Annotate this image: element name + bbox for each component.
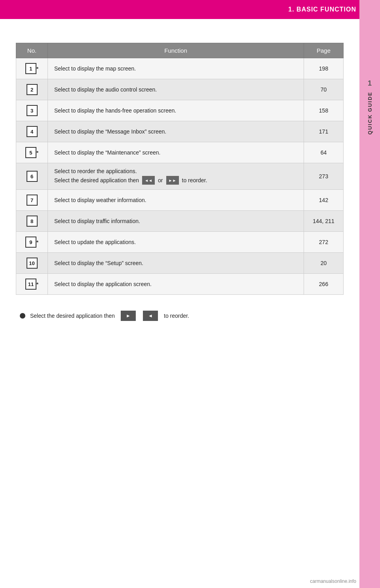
table-cell-function: Select to display the application screen…: [48, 274, 304, 295]
table-cell-no: 9*: [16, 232, 48, 253]
play-forward-button-large[interactable]: ►: [121, 311, 136, 321]
number-box: 9: [25, 237, 36, 248]
table-row: 11*Select to display the application scr…: [16, 274, 344, 295]
number-box: 3: [27, 105, 38, 116]
table-row: 5*Select to display the “Maintenance” sc…: [16, 142, 344, 163]
table-cell-no: 3: [16, 100, 48, 121]
table-cell-page: 273: [304, 163, 344, 190]
table-row: 6Select to reorder the applications.Sele…: [16, 163, 344, 190]
number-box: 2: [27, 84, 38, 95]
page-title: 1. BASIC FUNCTION: [288, 6, 356, 13]
reorder-forward-button[interactable]: ►►: [166, 176, 179, 185]
bottom-note: Select the desired application then ► ◄ …: [16, 311, 344, 321]
table-cell-function: Select to display traffic information.: [48, 211, 304, 232]
table-row: 8Select to display traffic information.1…: [16, 211, 344, 232]
table-cell-page: 266: [304, 274, 344, 295]
table-cell-no: 5*: [16, 142, 48, 163]
table-cell-page: 20: [304, 253, 344, 274]
table-cell-no: 10: [16, 253, 48, 274]
function-table: No. Function Page 1*Select to display th…: [16, 43, 344, 295]
table-row: 4Select to display the “Message Inbox” s…: [16, 121, 344, 142]
function-text-before: Select the desired application then: [54, 177, 139, 183]
sidebar-label: QUICK GUIDE: [367, 92, 373, 135]
star-mark: *: [36, 239, 38, 245]
sidebar-number: 1: [368, 79, 372, 88]
top-bar: 1. BASIC FUNCTION: [0, 0, 380, 19]
table-cell-page: 198: [304, 58, 344, 79]
col-header-function: Function: [48, 43, 304, 58]
table-cell-page: 142: [304, 190, 344, 211]
number-box: 7: [27, 195, 38, 206]
table-cell-no: 1*: [16, 58, 48, 79]
table-cell-function: Select to display the “Message Inbox” sc…: [48, 121, 304, 142]
or-text: or: [158, 177, 163, 183]
table-row: 2Select to display the audio control scr…: [16, 79, 344, 100]
table-cell-function: Select to display the audio control scre…: [48, 79, 304, 100]
reorder-back-button[interactable]: ◄◄: [142, 176, 155, 185]
table-cell-no: 7: [16, 190, 48, 211]
number-box: 11: [25, 279, 36, 290]
play-back-button-large[interactable]: ◄: [143, 311, 158, 321]
star-mark: *: [36, 281, 38, 287]
table-cell-function: Select to display weather information.: [48, 190, 304, 211]
number-box: 5: [25, 147, 36, 158]
star-mark: *: [36, 66, 38, 72]
table-cell-page: 144, 211: [304, 211, 344, 232]
content-area: No. Function Page 1*Select to display th…: [0, 19, 359, 588]
function-line2: Select the desired application then◄◄or►…: [54, 176, 297, 185]
col-header-page: Page: [304, 43, 344, 58]
table-cell-function: Select to display the “Maintenance” scre…: [48, 142, 304, 163]
table-row: 7Select to display weather information.1…: [16, 190, 344, 211]
table-row: 1*Select to display the map screen.198: [16, 58, 344, 79]
table-cell-no: 8: [16, 211, 48, 232]
table-cell-function: Select to update the applications.: [48, 232, 304, 253]
right-sidebar: 1 QUICK GUIDE: [359, 0, 380, 588]
table-cell-page: 70: [304, 79, 344, 100]
col-header-no: No.: [16, 43, 48, 58]
bullet-icon: [20, 313, 25, 319]
note-text-after: to reorder.: [164, 313, 189, 319]
note-text-before: Select the desired application then: [30, 313, 115, 319]
star-mark: *: [36, 150, 38, 156]
table-cell-function: Select to display the “Setup” screen.: [48, 253, 304, 274]
number-box: 8: [27, 216, 38, 227]
number-box: 6: [27, 171, 38, 182]
table-cell-no: 11*: [16, 274, 48, 295]
table-cell-function: Select to display the map screen.: [48, 58, 304, 79]
function-text-after: to reorder.: [182, 177, 207, 183]
table-row: 9*Select to update the applications.272: [16, 232, 344, 253]
watermark: carmanualsonline.info: [310, 578, 356, 584]
table-cell-page: 158: [304, 100, 344, 121]
number-box: 10: [27, 258, 38, 269]
number-box: 1: [25, 63, 36, 74]
table-row: 10Select to display the “Setup” screen.2…: [16, 253, 344, 274]
table-cell-function: Select to display the hands-free operati…: [48, 100, 304, 121]
table-cell-no: 4: [16, 121, 48, 142]
table-cell-no: 6: [16, 163, 48, 190]
function-line1: Select to reorder the applications.: [54, 168, 297, 174]
table-cell-function: Select to reorder the applications.Selec…: [48, 163, 304, 190]
table-cell-page: 64: [304, 142, 344, 163]
table-cell-page: 272: [304, 232, 344, 253]
table-cell-page: 171: [304, 121, 344, 142]
table-cell-no: 2: [16, 79, 48, 100]
table-row: 3Select to display the hands-free operat…: [16, 100, 344, 121]
number-box: 4: [27, 126, 38, 137]
